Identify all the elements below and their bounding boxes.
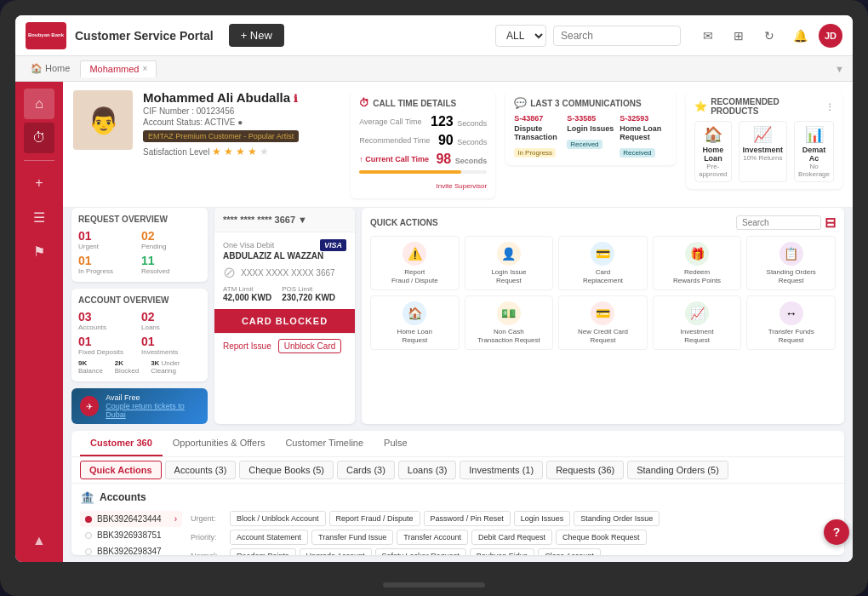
subtab-quickactions[interactable]: Quick Actions <box>80 461 162 479</box>
sidebar-flag-icon[interactable]: ⚑ <box>24 236 54 266</box>
tab-customer360[interactable]: Customer 360 <box>80 431 163 456</box>
sidebar-add-icon[interactable]: + <box>24 168 54 198</box>
comm-item-0: S-43867 Dispute Transaction In Progress <box>514 114 562 158</box>
sidebar-home-icon[interactable]: ⌂ <box>24 89 54 119</box>
account-dot-2 <box>85 548 92 555</box>
star-3: ★ <box>236 146 245 158</box>
refresh-icon[interactable]: ↻ <box>757 24 781 48</box>
card-number-display[interactable]: **** **** **** 3667 ▼ <box>223 215 307 225</box>
req-urgent: 01 Urgent <box>78 229 138 250</box>
new-button[interactable]: + New <box>229 24 284 47</box>
acc-btn-eidya[interactable]: Boubyan Eidya <box>470 548 535 555</box>
tab-expand[interactable]: ▼ <box>835 64 844 74</box>
info-icon[interactable]: ℹ <box>294 93 298 105</box>
mail-icon[interactable]: ✉ <box>696 24 720 48</box>
account-status: Account Status: ACTIVE ● <box>143 117 340 127</box>
home-tab[interactable]: 🏠 Home <box>24 60 77 77</box>
account-arrow-0: › <box>174 514 177 524</box>
acc-btn-debit[interactable]: Debit Card Request <box>471 530 552 545</box>
sidebar-clock-icon[interactable]: ⏱ <box>24 123 54 153</box>
qa-item-1[interactable]: 👤 Login IssueRequest <box>465 236 554 290</box>
tab-close-icon[interactable]: × <box>142 64 147 73</box>
qa-item-2[interactable]: 💳 CardReplacement <box>558 236 648 290</box>
qa-item-0[interactable]: ⚠️ ReportFraud / Dispute <box>370 236 460 290</box>
acc-btn-standing[interactable]: Standing Order Issue <box>574 511 660 526</box>
subtab-loans[interactable]: Loans (3) <box>398 461 456 479</box>
qa-item-8[interactable]: 📈 InvestmentRequest <box>653 295 742 350</box>
sidebar-collapse-icon[interactable]: ▲ <box>26 526 53 555</box>
account-item-0[interactable]: BBK3926423444 › <box>80 511 182 527</box>
star-5: ★ <box>260 146 269 158</box>
subtab-accounts[interactable]: Accounts (3) <box>165 461 237 479</box>
qa-filter-icon[interactable]: ⊟ <box>825 215 836 231</box>
tab-bar: 🏠 Home Mohammed × ▼ <box>15 56 853 82</box>
tab-pulse[interactable]: Pulse <box>374 431 418 456</box>
acc-btn-redeem[interactable]: Reedem Points <box>230 548 296 555</box>
acc-btn-login[interactable]: Login Issues <box>514 511 571 526</box>
subtab-cards[interactable]: Cards (3) <box>337 461 395 479</box>
active-tab[interactable]: Mohammed × <box>80 60 157 77</box>
subtab-investments[interactable]: Investments (1) <box>460 461 543 479</box>
star-1: ★ <box>212 146 221 158</box>
sidebar-divider <box>24 160 54 161</box>
acc-btn-upgrade[interactable]: Upgrade Account <box>300 548 372 555</box>
product-2[interactable]: 📊 Demat Ac No Brokerage <box>794 121 834 182</box>
qa-item-5[interactable]: 🏠 Home LoanRequest <box>370 295 460 350</box>
product-1[interactable]: 📈 Investment 10% Returns <box>739 121 788 182</box>
qa-icon-6: 💵 <box>497 301 521 325</box>
sidebar-list-icon[interactable]: ☰ <box>24 202 54 232</box>
qa-item-7[interactable]: 💳 New Credit CardRequest <box>558 295 648 350</box>
card-type: One Visa Debit <box>223 241 274 249</box>
qa-icon-4: 📋 <box>779 242 803 266</box>
tab-opportunities[interactable]: Opportunities & Offers <box>163 431 276 456</box>
acc-btn-close[interactable]: Close Account <box>538 548 601 555</box>
acc-btn-statement[interactable]: Account Statement <box>230 530 308 545</box>
grid-icon[interactable]: ⊞ <box>727 24 751 48</box>
help-button[interactable]: ? <box>824 519 849 545</box>
card-header: **** **** **** 3667 ▼ <box>214 208 355 232</box>
subtab-chequebooks[interactable]: Cheque Books (5) <box>239 461 334 479</box>
acc-btn-transfer[interactable]: Transfer Fund Issue <box>311 530 393 545</box>
cif-number: CIF Number : 00123456 <box>143 106 340 116</box>
left-panels: REQUEST OVERVIEW 01 Urgent 02 Pending <box>71 208 208 424</box>
acc-btn-cheque[interactable]: Cheque Book Request <box>556 530 647 545</box>
qa-item-4[interactable]: 📋 Standing OrdersRequest <box>746 236 836 290</box>
laptop-screen: Boubyan Bank Customer Service Portal + N… <box>15 15 853 562</box>
unblock-card-button[interactable]: Unblock Card <box>278 339 342 353</box>
promo-link[interactable]: Couple return tickets to Dubai <box>106 402 199 419</box>
report-issue-button[interactable]: Report Issue <box>223 339 271 353</box>
qa-item-3[interactable]: 🎁 RedeemRewards Points <box>653 236 742 290</box>
card-panel: **** **** **** 3667 ▼ One Visa Debit VIS… <box>214 208 355 424</box>
tab-timeline[interactable]: Customer Timeline <box>275 431 374 456</box>
subtab-requests[interactable]: Requests (36) <box>546 461 624 479</box>
product-0[interactable]: 🏠 Home Loan Pre-approved <box>694 121 731 182</box>
subtab-standingorders[interactable]: Standing Orders (5) <box>627 461 728 479</box>
acc-btn-password[interactable]: Password / Pin Reset <box>424 511 511 526</box>
acc-btn-block[interactable]: Block / Unblock Account <box>230 511 326 526</box>
qa-item-6[interactable]: 💵 Non CashTransaction Request <box>465 295 554 350</box>
product-icon-0: 🏠 <box>699 125 727 144</box>
acc-btn-fraud[interactable]: Report Fraud / Dispute <box>329 511 420 526</box>
invite-supervisor-link[interactable]: Invite Supervisor <box>359 176 487 192</box>
search-input[interactable] <box>553 26 681 46</box>
qa-item-9[interactable]: ↔️ Transfer FundsRequest <box>746 295 836 350</box>
user-avatar[interactable]: JD <box>819 24 842 48</box>
product-icon-1: 📈 <box>743 125 784 144</box>
recommended-panel: ⭐ RECOMMENDED PRODUCTS ⋮ 🏠 Home Loan Pre… <box>686 90 842 189</box>
recommended-more-icon[interactable]: ⋮ <box>825 102 834 112</box>
accounts-priority-buttons: Account Statement Transfer Fund Issue Tr… <box>230 530 647 545</box>
search-select[interactable]: ALL <box>495 25 546 47</box>
bell-icon[interactable]: 🔔 <box>788 24 812 48</box>
comms-title: 💬 LAST 3 COMMUNICATIONS <box>514 97 667 109</box>
bank-logo: Boubyan Bank <box>26 22 66 49</box>
section-tabs: Customer 360 Opportunities & Offers Cust… <box>71 431 844 457</box>
laptop-frame: Boubyan Bank Customer Service Portal + N… <box>0 0 868 596</box>
acc-btn-transferacc[interactable]: Transfer Account <box>397 530 468 545</box>
call-progress-fill <box>359 170 461 174</box>
acc-btn-locker[interactable]: Safety Locker Request <box>375 548 466 555</box>
call-time-panel: ⏱ CALL TIME DETAILS Average Call Time 12… <box>351 90 495 198</box>
account-item-1[interactable]: BBK3926938751 <box>80 527 182 543</box>
accounts-urgent-buttons: Block / Unblock Account Report Fraud / D… <box>230 511 660 526</box>
account-item-2[interactable]: BBK3926298347 <box>80 543 182 555</box>
qa-search-input[interactable] <box>736 215 821 230</box>
